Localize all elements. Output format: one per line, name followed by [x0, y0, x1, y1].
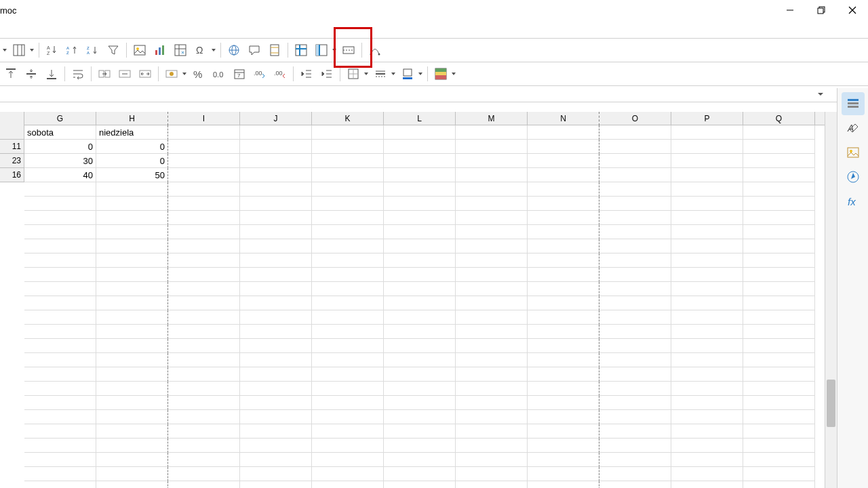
cell[interactable] [240, 154, 312, 168]
cells-area[interactable]: sobota niedziela 0 0 30 0 40 50 [24, 125, 837, 182]
cell[interactable] [528, 225, 599, 239]
cell[interactable] [599, 439, 671, 453]
cell[interactable] [96, 268, 168, 282]
cell[interactable] [671, 310, 743, 325]
cell[interactable] [456, 453, 528, 467]
cell[interactable] [528, 125, 599, 140]
cell[interactable] [528, 439, 599, 453]
col-header-O[interactable]: O [599, 112, 671, 125]
cell[interactable] [384, 353, 456, 367]
cell[interactable] [168, 467, 240, 481]
cell[interactable] [96, 239, 168, 253]
cell[interactable] [671, 353, 743, 367]
formula-bar[interactable]: ≡ [0, 85, 868, 102]
cell[interactable] [456, 396, 528, 410]
cell[interactable]: niedziela [96, 125, 168, 140]
cell[interactable] [240, 253, 312, 268]
cell[interactable] [384, 154, 456, 168]
row-header[interactable] [0, 125, 24, 140]
cell[interactable] [671, 339, 743, 353]
cell[interactable] [96, 396, 168, 410]
cell[interactable] [168, 197, 240, 211]
cell[interactable] [528, 453, 599, 467]
cell[interactable] [384, 125, 456, 140]
col-header-M[interactable]: M [456, 112, 528, 125]
cell[interactable] [456, 268, 528, 282]
col-header-L[interactable]: L [384, 112, 456, 125]
cell[interactable] [24, 353, 96, 367]
cell[interactable] [528, 481, 599, 488]
cell[interactable] [671, 325, 743, 339]
sort-icon[interactable]: AZ [43, 41, 62, 60]
navigator-panel-icon[interactable] [842, 165, 865, 188]
cell[interactable] [671, 453, 743, 467]
cell[interactable] [24, 268, 96, 282]
cell[interactable] [168, 239, 240, 253]
cell[interactable] [528, 410, 599, 424]
cell[interactable] [528, 168, 599, 182]
col-header-G[interactable]: G [24, 112, 96, 125]
cell[interactable] [384, 424, 456, 439]
cell[interactable] [743, 310, 815, 325]
cell[interactable] [528, 325, 599, 339]
cell[interactable] [599, 268, 671, 282]
col-header-I[interactable]: I [168, 112, 240, 125]
cell[interactable]: 40 [24, 168, 96, 182]
cell[interactable] [384, 140, 456, 154]
cell[interactable] [24, 367, 96, 382]
cell[interactable] [671, 410, 743, 424]
cell[interactable] [528, 353, 599, 367]
conditional-format-icon[interactable] [431, 64, 450, 83]
col-header-N[interactable]: N [528, 112, 599, 125]
cell[interactable] [384, 239, 456, 253]
cell[interactable] [168, 125, 240, 140]
cell[interactable] [599, 282, 671, 296]
cell[interactable] [240, 396, 312, 410]
cell[interactable] [312, 211, 384, 225]
cell[interactable] [456, 353, 528, 367]
cell[interactable]: 0 [24, 140, 96, 154]
special-char-icon[interactable]: Ω [191, 41, 210, 60]
cell[interactable] [528, 382, 599, 396]
cell[interactable]: sobota [24, 125, 96, 140]
cell[interactable] [743, 439, 815, 453]
cell[interactable] [456, 424, 528, 439]
cell[interactable] [456, 325, 528, 339]
cell[interactable] [240, 439, 312, 453]
cell[interactable] [240, 481, 312, 488]
cell[interactable] [240, 353, 312, 367]
cell[interactable] [743, 424, 815, 439]
cell[interactable] [743, 467, 815, 481]
cell[interactable] [168, 325, 240, 339]
col-header-P[interactable]: P [671, 112, 743, 125]
align-top-icon[interactable] [1, 64, 20, 83]
wrap-text-icon[interactable] [68, 64, 87, 83]
cell[interactable] [743, 353, 815, 367]
cell[interactable] [24, 424, 96, 439]
cell[interactable] [240, 239, 312, 253]
cell[interactable] [599, 325, 671, 339]
cell[interactable] [240, 125, 312, 140]
cell[interactable] [671, 367, 743, 382]
cell[interactable] [384, 310, 456, 325]
cell[interactable] [599, 182, 671, 197]
cell[interactable] [312, 439, 384, 453]
cell[interactable] [96, 439, 168, 453]
cell[interactable] [240, 339, 312, 353]
align-vcenter-icon[interactable] [22, 64, 41, 83]
cell[interactable] [168, 310, 240, 325]
cell[interactable] [599, 310, 671, 325]
row-header[interactable]: 11 [0, 140, 24, 154]
cell[interactable] [168, 154, 240, 168]
cell[interactable] [312, 239, 384, 253]
cell[interactable] [24, 282, 96, 296]
cell[interactable] [456, 282, 528, 296]
cell[interactable] [528, 211, 599, 225]
functions-panel-icon[interactable]: fx [842, 190, 865, 213]
cell[interactable] [168, 140, 240, 154]
sort-asc-icon[interactable]: AZ [63, 41, 82, 60]
cell[interactable] [528, 268, 599, 282]
cell[interactable] [743, 211, 815, 225]
merge-cells-icon[interactable] [95, 64, 114, 83]
cell[interactable] [384, 268, 456, 282]
